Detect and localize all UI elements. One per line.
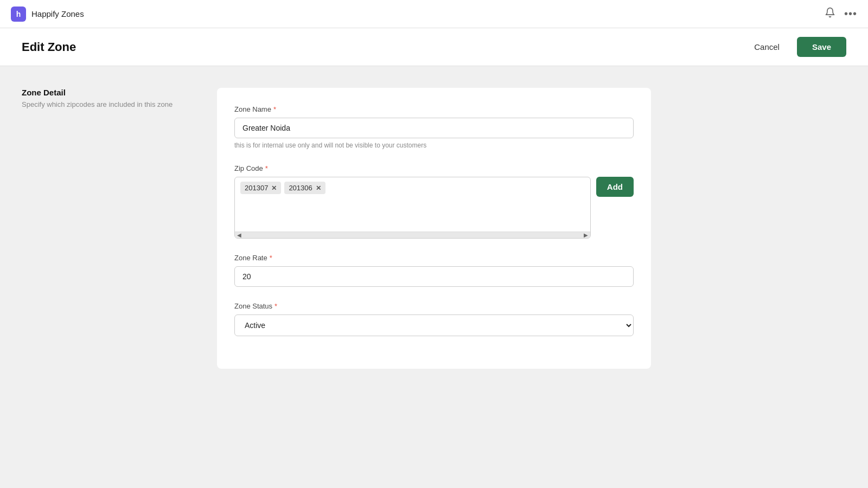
add-zipcode-button[interactable]: Add [596,177,634,197]
zip-code-required: * [265,164,268,172]
bell-icon[interactable] [825,7,835,21]
page-header: Edit Zone Cancel Save [0,28,868,66]
form-card: Zone Name * this is for internal use onl… [217,88,651,369]
zone-rate-group: Zone Rate * [234,254,634,287]
zone-status-label: Zone Status * [234,302,634,310]
header-actions: Cancel Save [745,37,846,57]
zone-status-select[interactable]: Active Inactive [234,314,634,336]
cancel-button[interactable]: Cancel [745,38,788,56]
remove-201306-button[interactable]: ✕ [316,184,321,192]
zone-status-required: * [275,302,277,310]
scroll-right-arrow[interactable]: ▶ [584,232,588,238]
zone-name-input[interactable] [234,118,634,138]
zipcode-inner[interactable]: 201307 ✕ 201306 ✕ [235,177,590,232]
section-info: Zone Detail Specify which zipcodes are i… [22,88,184,369]
nav-left: h Happify Zones [11,7,84,22]
zipcode-wrapper: 201307 ✕ 201306 ✕ ◀ ▶ Add [234,177,634,239]
zipcode-horizontal-scrollbar[interactable]: ◀ ▶ [235,232,590,238]
remove-201307-button[interactable]: ✕ [271,184,277,192]
section-description: Specify which zipcodes are included in t… [22,100,184,108]
save-button[interactable]: Save [797,37,846,57]
zone-status-group: Zone Status * Active Inactive [234,302,634,336]
zip-code-label: Zip Code * [234,164,634,172]
more-options-icon[interactable]: ••• [844,8,857,20]
zone-rate-label: Zone Rate * [234,254,634,262]
section-title: Zone Detail [22,88,184,97]
nav-right: ••• [825,7,857,21]
zone-rate-required: * [270,254,272,262]
zone-name-group: Zone Name * this is for internal use onl… [234,105,634,149]
app-title: Happify Zones [31,9,84,18]
page-title: Edit Zone [22,40,76,54]
zone-name-label: Zone Name * [234,105,634,113]
zipcode-box: 201307 ✕ 201306 ✕ ◀ ▶ [234,177,591,239]
zip-tag-201306: 201306 ✕ [284,182,325,194]
main-content: Zone Detail Specify which zipcodes are i… [0,66,868,390]
zip-tag-201307: 201307 ✕ [240,182,281,194]
zone-name-hint: this is for internal use only and will n… [234,142,634,149]
zip-code-group: Zip Code * 201307 ✕ 201306 ✕ [234,164,634,239]
zone-name-required: * [273,105,276,113]
scroll-left-arrow[interactable]: ◀ [237,232,241,238]
top-nav: h Happify Zones ••• [0,0,868,28]
zone-rate-input[interactable] [234,266,634,287]
app-icon: h [11,7,26,22]
